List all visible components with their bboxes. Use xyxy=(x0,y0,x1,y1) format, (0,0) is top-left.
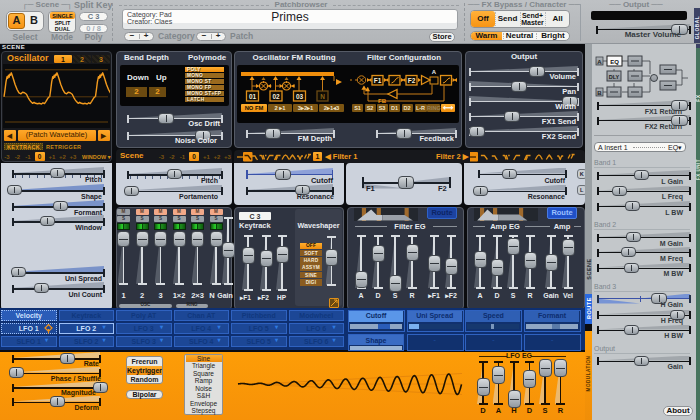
svg-text:FB: FB xyxy=(378,98,387,104)
svg-text:DLY: DLY xyxy=(609,73,620,79)
svg-text:F2: F2 xyxy=(408,77,416,84)
svg-text:02: 02 xyxy=(272,93,280,100)
svg-text:EQ: EQ xyxy=(610,58,619,64)
svg-text:N: N xyxy=(320,93,325,100)
svg-text:01: 01 xyxy=(249,93,257,100)
svg-text:03: 03 xyxy=(296,93,304,100)
svg-text:F1: F1 xyxy=(374,77,382,84)
svg-text:A: A xyxy=(597,58,602,64)
svg-text:A: A xyxy=(432,69,437,75)
svg-text:B: B xyxy=(597,89,602,95)
